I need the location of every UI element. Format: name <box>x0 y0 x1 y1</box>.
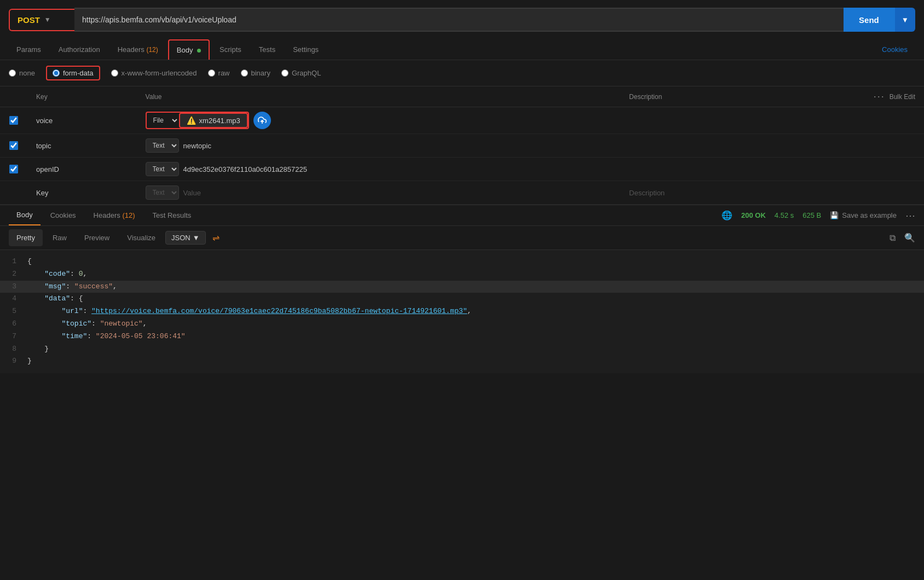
method-selector[interactable]: POST ▼ <box>9 9 74 31</box>
code-line-9: 9 } <box>0 355 924 368</box>
radio-graphql[interactable]: GraphQL <box>281 69 321 77</box>
tab-authorization[interactable]: Authorization <box>51 40 108 59</box>
col-value-header: Value <box>137 86 621 107</box>
description-empty: Description <box>620 181 764 205</box>
status-time: 4.52 s <box>775 211 794 219</box>
radio-none[interactable]: none <box>9 69 35 77</box>
radio-form-data-input[interactable] <box>53 69 60 77</box>
code-line-4: 4 "data": { <box>0 293 924 305</box>
url-input[interactable] <box>74 8 844 32</box>
tab-headers[interactable]: Headers (12) <box>110 40 166 59</box>
type-select-voice[interactable]: File Text <box>147 114 179 127</box>
save-example-label: Save as example <box>842 211 897 219</box>
response-tab-headers[interactable]: Headers (12) <box>86 206 143 225</box>
tab-scripts[interactable]: Scripts <box>212 40 249 59</box>
send-button[interactable]: Send <box>844 8 894 32</box>
radio-form-data[interactable]: form-data <box>46 66 100 80</box>
radio-raw[interactable]: raw <box>208 69 230 77</box>
response-tab-body[interactable]: Body <box>9 205 41 225</box>
code-tab-preview[interactable]: Preview <box>77 229 117 246</box>
description-voice <box>620 107 764 134</box>
code-line-5: 5 "url": "https://voice.bemfa.com/voice/… <box>0 305 924 318</box>
format-chevron-icon: ▼ <box>193 234 200 242</box>
file-name: xm2641.mp3 <box>199 117 240 125</box>
code-line-6: 6 "topic": "newtopic", <box>0 318 924 330</box>
response-headers-label: Headers <box>94 211 120 219</box>
row-checkbox-topic[interactable] <box>9 141 19 150</box>
code-tab-pretty[interactable]: Pretty <box>9 229 43 246</box>
type-select-topic[interactable]: Text File <box>146 138 179 153</box>
upload-button[interactable] <box>253 112 271 129</box>
radio-graphql-label: GraphQL <box>292 69 321 77</box>
line-number: 9 <box>0 356 27 367</box>
radio-binary-label: binary <box>251 69 270 77</box>
tab-tests[interactable]: Tests <box>251 40 283 59</box>
col-key-header: Key <box>27 86 137 107</box>
upload-icon <box>258 116 267 125</box>
checkbox-openid[interactable] <box>9 165 18 173</box>
value-empty: Text Value <box>137 181 621 205</box>
description-topic <box>620 134 764 158</box>
response-tab-cookies[interactable]: Cookies <box>43 206 84 225</box>
save-example-button[interactable]: 💾 Save as example <box>830 211 897 219</box>
line-number: 6 <box>0 318 27 330</box>
tab-body[interactable]: Body <box>168 39 210 60</box>
row-checkbox-voice[interactable] <box>9 116 19 125</box>
tab-params[interactable]: Params <box>9 40 49 59</box>
key-voice: voice <box>27 107 137 134</box>
url-bar: POST ▼ Send ▼ <box>0 0 924 39</box>
line-content: "time": "2024-05-05 23:06:41" <box>27 331 924 343</box>
col-description-header: Description <box>620 86 764 107</box>
send-dropdown-button[interactable]: ▼ <box>894 8 915 32</box>
radio-graphql-input[interactable] <box>281 69 288 77</box>
cookies-link[interactable]: Cookies <box>874 40 915 59</box>
response-area: Body Cookies Headers (12) Test Results 🌐… <box>0 205 924 373</box>
line-content: } <box>27 356 924 367</box>
response-headers-count: (12) <box>122 211 135 219</box>
filter-icon[interactable]: ⇌ <box>212 233 220 243</box>
response-tab-bar: Body Cookies Headers (12) Test Results 🌐… <box>0 205 924 226</box>
copy-button[interactable]: ⧉ <box>890 233 896 243</box>
line-content: } <box>27 344 924 355</box>
key-empty: Key <box>27 181 137 205</box>
method-chevron-icon: ▼ <box>44 16 51 24</box>
radio-binary-input[interactable] <box>241 69 248 77</box>
code-line-7: 7 "time": "2024-05-05 23:06:41" <box>0 330 924 343</box>
line-content: { <box>27 256 924 268</box>
body-type-bar: none form-data x-www-form-urlencoded raw… <box>0 60 924 86</box>
format-label: JSON <box>171 234 190 242</box>
line-number: 2 <box>0 269 27 280</box>
row-checkbox-openid[interactable] <box>9 165 19 173</box>
search-button[interactable]: 🔍 <box>904 233 915 243</box>
radio-raw-input[interactable] <box>208 69 215 77</box>
code-tab-visualize[interactable]: Visualize <box>119 229 163 246</box>
status-size: 625 B <box>802 211 821 219</box>
bulk-edit-button[interactable]: Bulk Edit <box>890 93 915 101</box>
response-more-options-icon[interactable]: ⋯ <box>905 210 915 222</box>
radio-urlencoded-input[interactable] <box>111 69 118 77</box>
code-tab-bar: Pretty Raw Preview Visualize JSON ▼ ⇌ ⧉ … <box>0 226 924 250</box>
code-line-2: 2 "code": 0, <box>0 268 924 281</box>
radio-none-input[interactable] <box>9 69 16 77</box>
checkbox-voice[interactable] <box>9 116 18 125</box>
radio-urlencoded[interactable]: x-www-form-urlencoded <box>111 69 197 77</box>
form-data-table: Key Value Description ··· Bulk Edit voic… <box>0 86 924 205</box>
checkbox-topic[interactable] <box>9 141 18 150</box>
tab-settings[interactable]: Settings <box>285 40 326 59</box>
save-icon: 💾 <box>830 211 839 219</box>
line-number: 3 <box>0 281 27 293</box>
value-topic-text: newtopic <box>183 142 211 150</box>
line-content: "url": "https://voice.bemfa.com/voice/79… <box>27 306 924 317</box>
format-selector[interactable]: JSON ▼ <box>165 231 206 245</box>
value-voice: File Text ⚠️ xm2641.mp3 <box>137 107 621 134</box>
more-options-icon[interactable]: ··· <box>874 91 885 102</box>
radio-urlencoded-label: x-www-form-urlencoded <box>122 69 197 77</box>
radio-binary[interactable]: binary <box>241 69 270 77</box>
code-actions: ⧉ 🔍 <box>890 233 915 243</box>
code-tab-raw[interactable]: Raw <box>45 229 74 246</box>
code-line-8: 8 } <box>0 343 924 356</box>
radio-none-label: none <box>19 69 35 77</box>
type-select-empty[interactable]: Text <box>146 185 179 200</box>
response-tab-test-results[interactable]: Test Results <box>145 206 199 225</box>
type-select-openid[interactable]: Text File <box>146 162 179 176</box>
